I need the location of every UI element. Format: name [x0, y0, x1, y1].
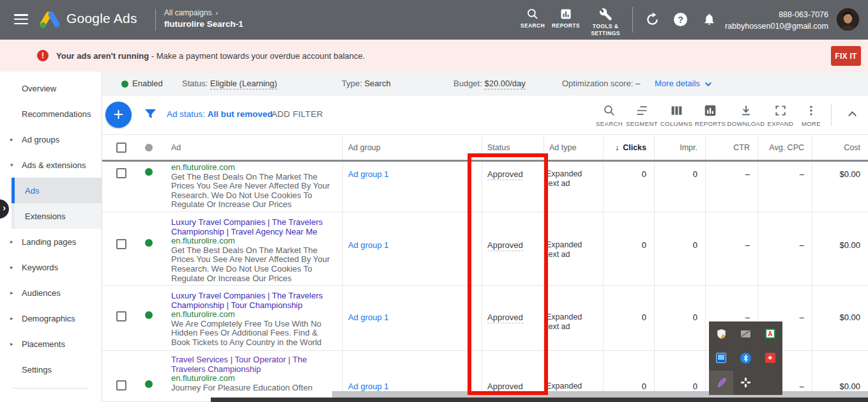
reports-button[interactable]: REPORTS [692, 104, 729, 127]
more-details-link[interactable]: More details [655, 79, 710, 88]
clicks-cell: 0 [604, 162, 655, 212]
col-header-status[interactable]: Status [482, 135, 544, 160]
approval-status[interactable]: Approved [487, 169, 523, 180]
sort-desc-arrow-icon: ↓ [615, 143, 619, 152]
defender-shield-icon[interactable] [709, 321, 733, 346]
account-email: rabbyhossen010@gmail.com [725, 20, 828, 32]
add-filter-button[interactable]: ADD FILTER [271, 109, 323, 119]
col-header-clicks[interactable]: ↓Clicks [604, 135, 655, 160]
status-dot-header [137, 135, 163, 160]
horizontal-scrollbar[interactable] [332, 391, 868, 398]
chevron-down-icon: ▾ [10, 162, 13, 168]
menu-icon[interactable] [14, 14, 28, 24]
red-diamond-app-icon[interactable]: ❖ [758, 346, 782, 370]
chevron-right-icon: › [216, 10, 218, 17]
clicks-cell: 0 [604, 212, 655, 285]
row-select-cell [102, 162, 137, 212]
col-header-ad-group[interactable]: Ad group [343, 135, 482, 160]
col-header-cost[interactable]: Cost [812, 135, 868, 160]
divider [13, 388, 89, 389]
status-cell: Approved [482, 286, 544, 350]
pc-app-icon[interactable] [709, 346, 733, 370]
breadcrumb-current: fluturolire Search-1 [164, 19, 243, 31]
ad-headline[interactable]: Luxury Travel Companies | The Travelers … [171, 291, 339, 310]
add-ad-button[interactable]: + [105, 102, 132, 128]
col-header-avg-cpc[interactable]: Avg. CPC [758, 135, 812, 160]
sidebar-item-audiences[interactable]: ▸Audiences [0, 280, 102, 305]
row-checkbox[interactable] [116, 239, 126, 249]
sidebar-item-placements[interactable]: ▸Placements [0, 331, 102, 357]
sidebar-item-extensions[interactable]: Extensions [11, 203, 102, 229]
avg-cpc-cell: – [758, 162, 812, 212]
system-tray-popup: A ❖ [709, 321, 782, 395]
col-header-ad[interactable]: Ad [163, 135, 343, 160]
ad-headline[interactable]: Luxury Travel Companies | The Travelers … [171, 218, 339, 236]
enabled-dot-icon[interactable] [145, 380, 153, 388]
campaign-budget: Budget: $20.00/day [453, 79, 526, 88]
avatar[interactable] [837, 8, 859, 31]
col-header-ctr[interactable]: CTR [706, 135, 758, 160]
row-checkbox[interactable] [116, 311, 126, 321]
row-checkbox[interactable] [116, 380, 126, 390]
ad-group-link[interactable]: Ad group 1 [343, 313, 389, 322]
refresh-icon[interactable] [645, 12, 660, 29]
enabled-dot-icon[interactable] [145, 311, 153, 319]
topbar-tools-settings-button[interactable]: TOOLS & SETTINGS [587, 8, 624, 36]
account-phone: 888-063-7076 [725, 9, 828, 20]
fix-it-button[interactable]: FIX IT [831, 46, 861, 66]
sidebar-item-recommendations[interactable]: Recommendations [0, 101, 102, 127]
purple-feather-app-icon[interactable] [709, 371, 733, 395]
ctr-cell: – [706, 162, 758, 212]
taskbar-edge [211, 398, 868, 402]
row-status-dot-cell [137, 162, 163, 212]
approval-status[interactable]: Approved [487, 240, 523, 251]
sidebar-item-ads-extensions[interactable]: ▾Ads & extensions [0, 152, 102, 178]
breadcrumb: All campaigns› fluturolire Search-1 [164, 8, 243, 31]
ad-status-filter-chip[interactable]: Ad status: All but removed [167, 109, 273, 119]
help-icon[interactable]: ? [674, 13, 687, 26]
notifications-bell-icon[interactable] [703, 12, 716, 29]
ad-headline[interactable]: Travel Services | Tour Operator | The Tr… [171, 355, 339, 374]
ad-group-link[interactable]: Ad group 1 [343, 382, 389, 391]
campaign-status: Status: Eligible (Learning) [182, 79, 277, 88]
segment-button[interactable]: SEGMENT [623, 104, 660, 127]
sidebar-item-ad-groups[interactable]: ▸Ad groups [0, 127, 102, 152]
divider [632, 7, 633, 33]
col-header-impr[interactable]: Impr. [655, 135, 706, 160]
enabled-dot-icon[interactable] [145, 239, 153, 247]
sidebar-item-ads[interactable]: Ads [11, 178, 102, 203]
row-status-dot-cell [137, 212, 163, 285]
account-info: 888-063-7076 rabbyhossen010@gmail.com [725, 9, 828, 32]
pinwheel-app-icon[interactable] [733, 371, 758, 395]
download-button[interactable]: DOWNLOAD [727, 104, 765, 127]
topbar-reports-button[interactable]: REPORTS [550, 8, 582, 29]
topbar-search-button[interactable]: SEARCH [521, 8, 545, 29]
ad-display-url: en.fluturolire.com [171, 163, 339, 173]
ad-group-link[interactable]: Ad group 1 [343, 240, 389, 250]
sidebar-item-settings[interactable]: Settings [0, 357, 102, 382]
status-dot-icon[interactable] [145, 144, 153, 151]
columns-button[interactable]: COLUMNS [658, 104, 695, 127]
bluetooth-icon[interactable] [733, 346, 758, 370]
col-header-ad-type[interactable]: Ad type [544, 135, 604, 160]
table-search-button[interactable]: SEARCH [591, 104, 628, 127]
ad-type-cell: Expanded text ad [544, 162, 604, 212]
ad-group-link[interactable]: Ad group 1 [343, 169, 389, 179]
sidebar-item-landing-pages[interactable]: ▸Landing pages [0, 229, 102, 254]
chevron-right-icon: › [3, 203, 6, 213]
campaign-enabled[interactable]: Enabled [132, 79, 163, 88]
network-disconnected-icon[interactable] [733, 321, 758, 346]
breadcrumb-parent[interactable]: All campaigns› [164, 8, 243, 19]
approval-status[interactable]: Approved [487, 313, 523, 323]
billing-alert-banner: ! Your ads aren't running - Make a payme… [0, 40, 868, 72]
sidebar-item-demographics[interactable]: ▸Demographics [0, 305, 102, 331]
row-checkbox[interactable] [116, 168, 126, 178]
collapse-table-button[interactable] [844, 110, 860, 120]
more-button[interactable]: MORE [793, 104, 830, 127]
enabled-dot-icon[interactable] [145, 168, 153, 176]
filter-icon[interactable] [144, 109, 156, 120]
select-all-checkbox[interactable] [116, 143, 126, 153]
sidebar-item-keywords[interactable]: ▸Keywords [0, 254, 102, 280]
sidebar-item-overview[interactable]: Overview [0, 75, 102, 101]
red-a-app-icon[interactable]: A [758, 321, 782, 346]
